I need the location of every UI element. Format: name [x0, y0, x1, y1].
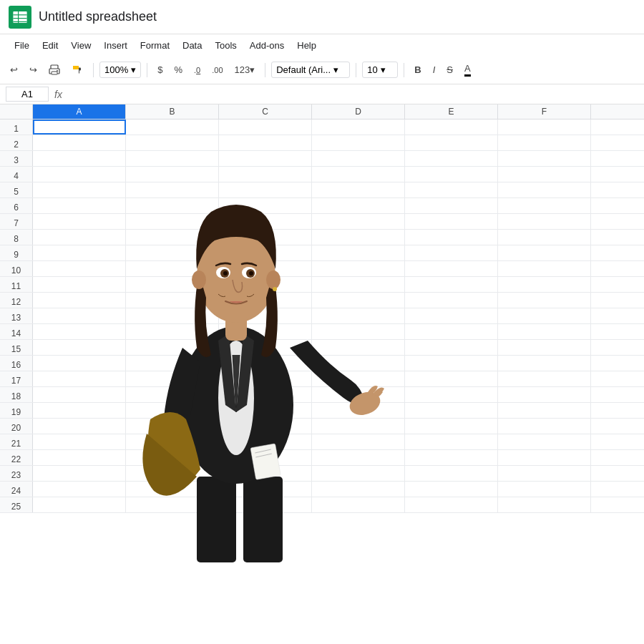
cell-D20[interactable]: [312, 419, 405, 434]
cell-A12[interactable]: [33, 293, 126, 308]
cell-F25[interactable]: [498, 497, 591, 512]
cell-D18[interactable]: [312, 387, 405, 402]
cell-A8[interactable]: [33, 230, 126, 245]
cell-D3[interactable]: [312, 151, 405, 166]
print-button[interactable]: [44, 62, 64, 78]
menu-item-add-ons[interactable]: Add-ons: [244, 38, 290, 53]
cell-A1[interactable]: [33, 119, 126, 135]
cell-A24[interactable]: [33, 482, 126, 497]
cell-E12[interactable]: [405, 293, 498, 308]
cell-C16[interactable]: [219, 356, 312, 371]
cell-F17[interactable]: [498, 371, 591, 386]
cell-A13[interactable]: [33, 308, 126, 323]
cell-F8[interactable]: [498, 230, 591, 245]
cell-A16[interactable]: [33, 356, 126, 371]
cell-C14[interactable]: [219, 324, 312, 339]
cell-E20[interactable]: [405, 419, 498, 434]
bold-button[interactable]: B: [410, 62, 425, 77]
dec-more-button[interactable]: .00: [208, 64, 227, 77]
cell-C1[interactable]: [219, 119, 312, 135]
cell-E14[interactable]: [405, 324, 498, 339]
cell-D23[interactable]: [312, 466, 405, 481]
cell-C23[interactable]: [219, 466, 312, 481]
percent-button[interactable]: %: [170, 62, 187, 77]
cell-D19[interactable]: [312, 403, 405, 418]
cell-D14[interactable]: [312, 324, 405, 339]
col-header-d[interactable]: D: [312, 104, 405, 119]
redo-button[interactable]: ↪: [25, 62, 42, 77]
cell-E15[interactable]: [405, 340, 498, 355]
cell-E9[interactable]: [405, 245, 498, 260]
menu-item-edit[interactable]: Edit: [36, 38, 64, 53]
cell-A15[interactable]: [33, 340, 126, 355]
cell-B3[interactable]: [126, 151, 219, 166]
number-format-button[interactable]: 123▾: [230, 62, 260, 77]
cell-E18[interactable]: [405, 387, 498, 402]
cell-F4[interactable]: [498, 167, 591, 182]
cell-F3[interactable]: [498, 151, 591, 166]
cell-F20[interactable]: [498, 419, 591, 434]
cell-D1[interactable]: [312, 119, 405, 135]
cell-B22[interactable]: [126, 450, 219, 465]
formula-input[interactable]: [68, 87, 638, 101]
cell-C22[interactable]: [219, 450, 312, 465]
cell-B6[interactable]: [126, 198, 219, 213]
menu-item-tools[interactable]: Tools: [209, 38, 242, 53]
cell-F5[interactable]: [498, 182, 591, 197]
col-header-b[interactable]: B: [126, 104, 219, 119]
cell-B5[interactable]: [126, 182, 219, 197]
cell-F21[interactable]: [498, 434, 591, 449]
cell-A7[interactable]: [33, 214, 126, 229]
cell-F16[interactable]: [498, 356, 591, 371]
cell-C19[interactable]: [219, 403, 312, 418]
cell-B9[interactable]: [126, 245, 219, 260]
cell-F19[interactable]: [498, 403, 591, 418]
cell-D17[interactable]: [312, 371, 405, 386]
cell-E7[interactable]: [405, 214, 498, 229]
cell-B8[interactable]: [126, 230, 219, 245]
cell-C15[interactable]: [219, 340, 312, 355]
cell-C13[interactable]: [219, 308, 312, 323]
cell-F2[interactable]: [498, 135, 591, 150]
cell-A17[interactable]: [33, 371, 126, 386]
cell-B15[interactable]: [126, 340, 219, 355]
cell-D25[interactable]: [312, 497, 405, 512]
cell-C18[interactable]: [219, 387, 312, 402]
cell-B10[interactable]: [126, 261, 219, 276]
cell-B7[interactable]: [126, 214, 219, 229]
cell-E21[interactable]: [405, 434, 498, 449]
cell-A14[interactable]: [33, 324, 126, 339]
cell-C5[interactable]: [219, 182, 312, 197]
cell-E10[interactable]: [405, 261, 498, 276]
italic-button[interactable]: I: [429, 62, 440, 77]
cell-C3[interactable]: [219, 151, 312, 166]
cell-C8[interactable]: [219, 230, 312, 245]
cell-E2[interactable]: [405, 135, 498, 150]
cell-B16[interactable]: [126, 356, 219, 371]
cell-E5[interactable]: [405, 182, 498, 197]
text-color-button[interactable]: A: [460, 61, 475, 79]
cell-B4[interactable]: [126, 167, 219, 182]
cell-E6[interactable]: [405, 198, 498, 213]
paint-format-button[interactable]: [67, 62, 87, 78]
col-header-f[interactable]: F: [498, 104, 591, 119]
cell-A23[interactable]: [33, 466, 126, 481]
cell-reference-input[interactable]: [6, 87, 49, 102]
cell-A18[interactable]: [33, 387, 126, 402]
cell-D24[interactable]: [312, 482, 405, 497]
cell-B13[interactable]: [126, 308, 219, 323]
undo-button[interactable]: ↩: [6, 62, 22, 77]
cell-C9[interactable]: [219, 245, 312, 260]
cell-A3[interactable]: [33, 151, 126, 166]
cell-B25[interactable]: [126, 497, 219, 512]
cell-F14[interactable]: [498, 324, 591, 339]
cell-C25[interactable]: [219, 497, 312, 512]
cell-B12[interactable]: [126, 293, 219, 308]
cell-E23[interactable]: [405, 466, 498, 481]
cell-C20[interactable]: [219, 419, 312, 434]
cell-D2[interactable]: [312, 135, 405, 150]
cell-B21[interactable]: [126, 434, 219, 449]
cell-C12[interactable]: [219, 293, 312, 308]
cell-C4[interactable]: [219, 167, 312, 182]
menu-item-format[interactable]: Format: [135, 38, 175, 53]
